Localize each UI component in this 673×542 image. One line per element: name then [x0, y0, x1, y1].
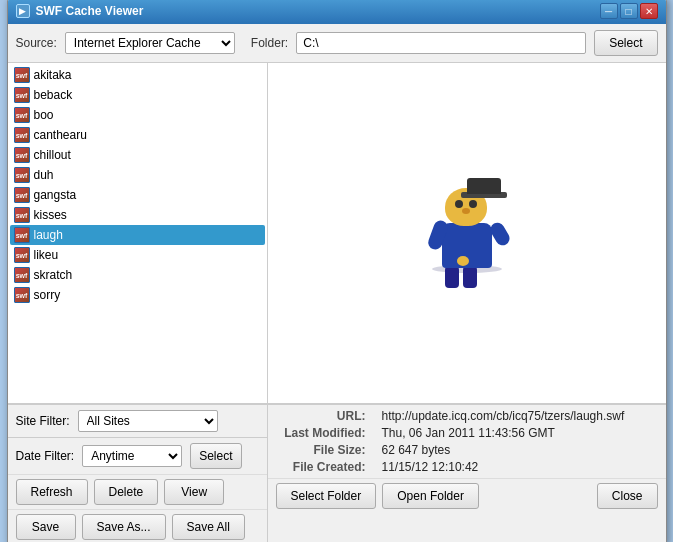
filters-row: Site Filter: All Sites: [8, 404, 267, 437]
file-name: chillout: [34, 148, 71, 162]
list-item-selected[interactable]: swf laugh: [10, 225, 265, 245]
maximize-button[interactable]: □: [620, 3, 638, 19]
list-item[interactable]: swf canthearu: [10, 125, 265, 145]
size-value: 62 647 bytes: [382, 443, 625, 457]
list-item[interactable]: swf gangsta: [10, 185, 265, 205]
bottom-controls-area: Site Filter: All Sites Date Filter: Anyt…: [8, 403, 666, 542]
file-name: beback: [34, 88, 73, 102]
list-item[interactable]: swf duh: [10, 165, 265, 185]
minimize-button[interactable]: ─: [600, 3, 618, 19]
list-item[interactable]: swf beback: [10, 85, 265, 105]
buttons-row2: Save Save As... Save All: [8, 509, 267, 542]
open-folder-button[interactable]: Open Folder: [382, 483, 479, 509]
buttons-row1: Refresh Delete View: [8, 474, 267, 509]
swf-icon: swf: [14, 107, 30, 123]
swf-icon: swf: [14, 67, 30, 83]
list-item[interactable]: swf kisses: [10, 205, 265, 225]
title-bar-left: ▶ SWF Cache Viewer: [16, 4, 144, 18]
file-name: canthearu: [34, 128, 87, 142]
file-name: sorry: [34, 288, 61, 302]
app-icon: ▶: [16, 4, 30, 18]
list-item[interactable]: swf boo: [10, 105, 265, 125]
folder-select-button[interactable]: Select: [594, 30, 657, 56]
file-name: laugh: [34, 228, 63, 242]
swf-icon: swf: [14, 247, 30, 263]
info-labels: URL: Last Modified: File Size: File Crea…: [276, 409, 366, 474]
select-folder-button[interactable]: Select Folder: [276, 483, 377, 509]
file-list[interactable]: swf akitaka swf beback swf boo swf canth…: [8, 63, 268, 403]
modified-value: Thu, 06 Jan 2011 11:43:56 GMT: [382, 426, 625, 440]
list-item[interactable]: swf likeu: [10, 245, 265, 265]
swf-preview: [427, 188, 507, 278]
site-filter-select[interactable]: All Sites: [78, 410, 218, 432]
created-value: 11/15/12 12:10:42: [382, 460, 625, 474]
source-label: Source:: [16, 36, 57, 50]
source-select[interactable]: Internet Explorer Cache: [65, 32, 235, 54]
swf-icon: swf: [14, 227, 30, 243]
file-name: gangsta: [34, 188, 77, 202]
main-window: ▶ SWF Cache Viewer ─ □ ✕ Source: Interne…: [7, 0, 667, 542]
file-name: kisses: [34, 208, 67, 222]
main-area: swf akitaka swf beback swf boo swf canth…: [8, 63, 666, 403]
close-window-button[interactable]: ✕: [640, 3, 658, 19]
swf-icon: swf: [14, 187, 30, 203]
info-values: http://update.icq.com/cb/icq75/tzers/lau…: [382, 409, 625, 474]
list-item[interactable]: swf akitaka: [10, 65, 265, 85]
window-title: SWF Cache Viewer: [36, 4, 144, 18]
file-name: duh: [34, 168, 54, 182]
toolbar: Source: Internet Explorer Cache Folder: …: [8, 24, 666, 63]
date-filter-select-button[interactable]: Select: [190, 443, 241, 469]
list-item[interactable]: swf sorry: [10, 285, 265, 305]
swf-icon: swf: [14, 267, 30, 283]
date-filter-row: Date Filter: Anytime Select: [8, 437, 267, 474]
date-filter-select[interactable]: Anytime: [82, 445, 182, 467]
delete-button[interactable]: Delete: [94, 479, 159, 505]
swf-icon: swf: [14, 127, 30, 143]
left-controls: Site Filter: All Sites Date Filter: Anyt…: [8, 404, 268, 542]
view-button[interactable]: View: [164, 479, 224, 505]
swf-icon: swf: [14, 287, 30, 303]
close-button[interactable]: Close: [597, 483, 658, 509]
file-name: akitaka: [34, 68, 72, 82]
preview-area: [268, 63, 666, 403]
save-as-button[interactable]: Save As...: [82, 514, 166, 540]
save-button[interactable]: Save: [16, 514, 76, 540]
file-name: likeu: [34, 248, 59, 262]
refresh-button[interactable]: Refresh: [16, 479, 88, 505]
folder-path-input[interactable]: [296, 32, 586, 54]
title-controls: ─ □ ✕: [600, 3, 658, 19]
modified-label: Last Modified:: [276, 426, 366, 440]
date-filter-label: Date Filter:: [16, 449, 75, 463]
list-item[interactable]: swf skratch: [10, 265, 265, 285]
url-value: http://update.icq.com/cb/icq75/tzers/lau…: [382, 409, 625, 423]
size-label: File Size:: [276, 443, 366, 457]
created-label: File Created:: [276, 460, 366, 474]
swf-icon: swf: [14, 87, 30, 103]
list-item[interactable]: swf chillout: [10, 145, 265, 165]
folder-label: Folder:: [251, 36, 288, 50]
save-all-button[interactable]: Save All: [172, 514, 245, 540]
swf-icon: swf: [14, 147, 30, 163]
swf-icon: swf: [14, 167, 30, 183]
file-name: skratch: [34, 268, 73, 282]
right-info: URL: Last Modified: File Size: File Crea…: [268, 404, 666, 542]
file-name: boo: [34, 108, 54, 122]
bottom-action-buttons: Select Folder Open Folder Close: [268, 478, 666, 513]
swf-icon: swf: [14, 207, 30, 223]
title-bar: ▶ SWF Cache Viewer ─ □ ✕: [8, 0, 666, 24]
site-filter-label: Site Filter:: [16, 414, 70, 428]
url-label: URL:: [276, 409, 366, 423]
file-info-panel: URL: Last Modified: File Size: File Crea…: [268, 404, 666, 478]
